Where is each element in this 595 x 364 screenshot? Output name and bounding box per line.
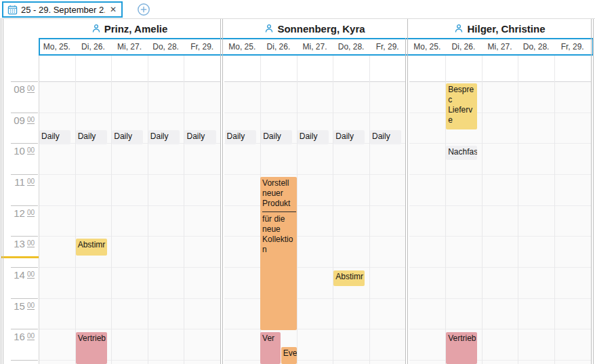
hour-text: 15 xyxy=(14,300,25,312)
person-icon xyxy=(91,24,101,33)
day-column[interactable] xyxy=(111,56,148,364)
hour-label: 1300 xyxy=(14,238,35,250)
hour-label: 1100 xyxy=(14,176,35,188)
group-pane: DailyDailyDailyDailyDailyAbstimrVertrieb xyxy=(39,56,220,364)
minute-text: 00 xyxy=(27,85,35,93)
hour-text: 14 xyxy=(14,269,25,281)
day-header[interactable]: Di, 26. xyxy=(260,39,297,54)
day-header[interactable]: Fr, 29. xyxy=(184,39,220,54)
day-header[interactable]: Mo, 25. xyxy=(39,39,75,54)
group-separator-line xyxy=(591,19,592,364)
day-header[interactable]: Do, 28. xyxy=(148,39,184,54)
hour-text: 16 xyxy=(14,331,25,342)
hour-gridline xyxy=(11,267,38,268)
hour-text: 09 xyxy=(14,115,25,126)
calendar-screen: 25 - 29. September 2... ✕ 08000900100011… xyxy=(0,0,595,364)
day-column[interactable] xyxy=(333,56,369,364)
close-icon[interactable]: ✕ xyxy=(108,5,118,14)
group-pane: Besprec LieferveNachfasVertrieb xyxy=(409,56,591,364)
event[interactable]: Daily xyxy=(261,130,292,144)
group-separator-line xyxy=(405,19,406,364)
event[interactable]: Daily xyxy=(298,130,329,144)
group-separator-line xyxy=(1,19,1,364)
group-pane: DailyDailyDailyDailyDailyVorstell neuer … xyxy=(224,56,406,364)
day-column[interactable] xyxy=(75,56,112,364)
minute-text: 00 xyxy=(27,302,35,310)
event[interactable]: Abstimr xyxy=(333,270,365,286)
hour-label: 1600 xyxy=(14,331,35,343)
event[interactable]: Ver xyxy=(260,332,280,364)
event[interactable]: Abstimr xyxy=(76,239,107,256)
time-gutter: 080009001000110012001300140015001600 xyxy=(0,56,39,364)
day-column[interactable] xyxy=(554,56,591,364)
day-column[interactable] xyxy=(409,56,446,364)
event[interactable]: Eve xyxy=(281,347,297,364)
minute-text: 00 xyxy=(27,209,35,217)
hour-gridline xyxy=(11,113,38,113)
group-separator-line xyxy=(593,19,594,364)
day-header[interactable]: Mi, 27. xyxy=(482,39,518,54)
person-icon xyxy=(454,24,464,33)
event[interactable]: Daily xyxy=(184,130,216,144)
calendar-tab[interactable]: 25 - 29. September 2... ✕ xyxy=(2,1,123,18)
hour-label: 1500 xyxy=(14,300,35,312)
day-column[interactable] xyxy=(482,56,518,364)
group-separator-line xyxy=(220,19,221,364)
hour-label: 0900 xyxy=(14,115,35,127)
hour-gridline xyxy=(11,143,38,144)
group-separator-line xyxy=(407,19,408,364)
hour-text: 12 xyxy=(14,207,25,219)
person-name: Sonnenberg, Kyra xyxy=(277,23,365,35)
day-header[interactable]: Di, 26. xyxy=(75,39,112,54)
hour-label: 1000 xyxy=(14,145,35,157)
day-column[interactable] xyxy=(39,56,75,364)
day-header[interactable]: Do, 28. xyxy=(518,39,554,54)
hour-text: 13 xyxy=(14,238,25,249)
day-column[interactable] xyxy=(369,56,406,364)
day-header[interactable]: Mi, 27. xyxy=(297,39,333,54)
hour-text: 10 xyxy=(14,145,25,157)
event[interactable]: Daily xyxy=(148,130,180,144)
event[interactable]: Daily xyxy=(225,130,256,144)
event[interactable]: Daily xyxy=(39,130,70,144)
event[interactable]: Daily xyxy=(333,130,365,144)
hour-label: 1200 xyxy=(14,207,35,220)
event[interactable]: Nachfas xyxy=(446,146,477,160)
person-name-header[interactable]: Hilger, Christine xyxy=(409,19,591,38)
day-header[interactable]: Mi, 27. xyxy=(111,39,148,54)
day-header[interactable]: Di, 26. xyxy=(445,39,482,54)
hour-text: 08 xyxy=(14,83,25,95)
hour-label: 0800 xyxy=(14,83,35,96)
day-header[interactable]: Do, 28. xyxy=(333,39,369,54)
event[interactable]: Besprec Lieferve xyxy=(446,83,477,129)
hour-gridline xyxy=(11,81,38,82)
add-tab-button[interactable] xyxy=(137,3,150,16)
event-title: Vorstell neuer Produkt xyxy=(262,178,296,212)
event[interactable]: Daily xyxy=(370,130,401,144)
minute-text: 00 xyxy=(27,146,35,155)
day-column[interactable] xyxy=(184,56,220,364)
tab-bar: 25 - 29. September 2... ✕ xyxy=(0,0,595,19)
event[interactable]: Vertrieb xyxy=(446,332,477,364)
day-column[interactable] xyxy=(224,56,261,364)
hour-gridline xyxy=(11,174,38,175)
day-column[interactable] xyxy=(518,56,554,364)
day-header[interactable]: Mo, 25. xyxy=(409,39,446,54)
day-column[interactable] xyxy=(148,56,184,364)
current-time-indicator xyxy=(1,256,39,258)
event[interactable]: Daily xyxy=(76,130,107,144)
day-column[interactable] xyxy=(297,56,333,364)
event[interactable]: Vorstell neuer Produktfür die neue Kolle… xyxy=(260,177,297,330)
day-header[interactable]: Fr, 29. xyxy=(554,39,591,54)
day-header[interactable]: Mo, 25. xyxy=(224,39,261,54)
event-body: für die neue Kollektion xyxy=(262,214,296,255)
gutter-divider xyxy=(39,19,39,364)
event[interactable]: Daily xyxy=(112,130,143,144)
minute-text: 00 xyxy=(27,116,35,124)
day-header[interactable]: Fr, 29. xyxy=(369,39,406,54)
person-icon xyxy=(264,24,274,33)
person-name-header[interactable]: Sonnenberg, Kyra xyxy=(224,19,406,38)
event[interactable]: Vertrieb xyxy=(76,332,107,364)
calendar-icon xyxy=(7,5,18,15)
person-name-header[interactable]: Prinz, Amelie xyxy=(39,19,220,38)
